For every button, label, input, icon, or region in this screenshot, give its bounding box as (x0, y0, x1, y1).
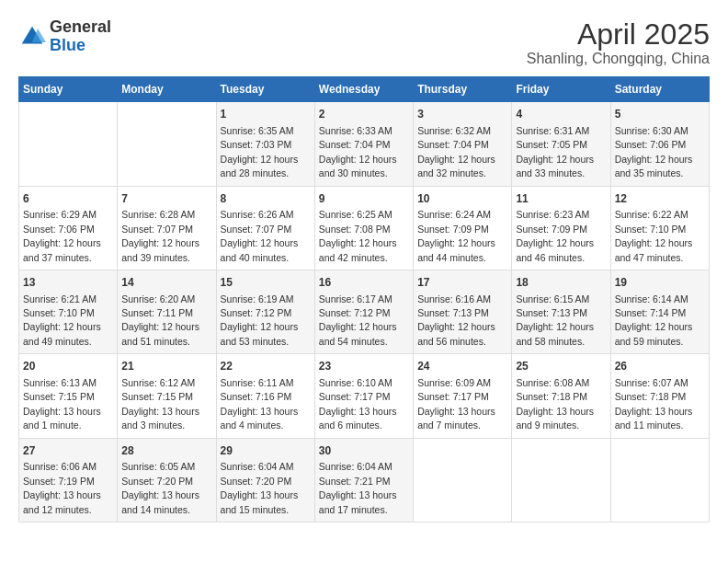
calendar-week-row: 27Sunrise: 6:06 AM Sunset: 7:19 PM Dayli… (19, 438, 710, 522)
day-info: Sunrise: 6:10 AM Sunset: 7:17 PM Dayligh… (319, 377, 397, 431)
calendar-cell: 26Sunrise: 6:07 AM Sunset: 7:18 PM Dayli… (610, 354, 709, 438)
weekday-header: Friday (512, 77, 610, 102)
day-number: 21 (121, 359, 211, 374)
day-number: 16 (319, 275, 409, 291)
weekday-header: Wednesday (314, 77, 413, 102)
day-number: 27 (23, 443, 113, 459)
calendar-cell: 5Sunrise: 6:30 AM Sunset: 7:06 PM Daylig… (610, 102, 709, 186)
day-number: 9 (319, 191, 409, 207)
day-info: Sunrise: 6:33 AM Sunset: 7:04 PM Dayligh… (319, 125, 397, 178)
calendar-cell: 24Sunrise: 6:09 AM Sunset: 7:17 PM Dayli… (414, 354, 512, 438)
calendar-cell: 28Sunrise: 6:05 AM Sunset: 7:20 PM Dayli… (118, 438, 216, 522)
calendar-cell (610, 438, 709, 522)
day-info: Sunrise: 6:20 AM Sunset: 7:11 PM Dayligh… (121, 293, 199, 347)
logo-general-text: General (50, 17, 111, 36)
weekday-header: Tuesday (216, 77, 314, 102)
day-number: 23 (319, 359, 409, 374)
calendar-cell: 21Sunrise: 6:12 AM Sunset: 7:15 PM Dayli… (118, 354, 216, 438)
day-info: Sunrise: 6:16 AM Sunset: 7:13 PM Dayligh… (417, 293, 495, 347)
day-number: 17 (417, 275, 507, 291)
weekday-header: Saturday (610, 77, 709, 102)
day-info: Sunrise: 6:28 AM Sunset: 7:07 PM Dayligh… (121, 209, 199, 262)
calendar-cell: 7Sunrise: 6:28 AM Sunset: 7:07 PM Daylig… (118, 186, 216, 270)
day-info: Sunrise: 6:07 AM Sunset: 7:18 PM Dayligh… (615, 377, 693, 431)
day-number: 18 (516, 275, 606, 291)
day-info: Sunrise: 6:05 AM Sunset: 7:20 PM Dayligh… (121, 461, 199, 514)
calendar-cell: 18Sunrise: 6:15 AM Sunset: 7:13 PM Dayli… (512, 270, 610, 353)
day-info: Sunrise: 6:12 AM Sunset: 7:15 PM Dayligh… (121, 377, 199, 431)
day-info: Sunrise: 6:30 AM Sunset: 7:06 PM Dayligh… (615, 125, 693, 178)
day-number: 8 (221, 191, 311, 207)
day-number: 29 (221, 443, 311, 459)
calendar-cell: 11Sunrise: 6:23 AM Sunset: 7:09 PM Dayli… (512, 186, 610, 270)
day-number: 10 (417, 191, 507, 207)
weekday-header: Sunday (19, 77, 118, 102)
day-number: 30 (319, 443, 409, 459)
weekday-header: Thursday (414, 77, 512, 102)
day-info: Sunrise: 6:23 AM Sunset: 7:09 PM Dayligh… (516, 209, 594, 262)
day-info: Sunrise: 6:21 AM Sunset: 7:10 PM Dayligh… (23, 293, 101, 347)
calendar-cell: 13Sunrise: 6:21 AM Sunset: 7:10 PM Dayli… (19, 270, 118, 353)
calendar-cell: 17Sunrise: 6:16 AM Sunset: 7:13 PM Dayli… (414, 270, 512, 353)
calendar-cell: 16Sunrise: 6:17 AM Sunset: 7:12 PM Dayli… (314, 270, 413, 353)
logo-blue-text: Blue (50, 36, 85, 54)
calendar-week-row: 13Sunrise: 6:21 AM Sunset: 7:10 PM Dayli… (19, 270, 710, 353)
calendar-cell: 29Sunrise: 6:04 AM Sunset: 7:20 PM Dayli… (216, 438, 314, 522)
day-info: Sunrise: 6:19 AM Sunset: 7:12 PM Dayligh… (221, 293, 299, 347)
day-info: Sunrise: 6:13 AM Sunset: 7:15 PM Dayligh… (23, 377, 101, 431)
day-info: Sunrise: 6:25 AM Sunset: 7:08 PM Dayligh… (319, 209, 397, 262)
calendar-cell: 30Sunrise: 6:04 AM Sunset: 7:21 PM Dayli… (314, 438, 413, 522)
calendar-body: 1Sunrise: 6:35 AM Sunset: 7:03 PM Daylig… (19, 102, 710, 523)
day-number: 25 (516, 359, 606, 374)
day-info: Sunrise: 6:32 AM Sunset: 7:04 PM Dayligh… (417, 125, 495, 178)
day-number: 14 (121, 275, 211, 291)
month-title: April 2025 (527, 18, 710, 51)
weekday-row: SundayMondayTuesdayWednesdayThursdayFrid… (19, 77, 710, 102)
calendar-week-row: 20Sunrise: 6:13 AM Sunset: 7:15 PM Dayli… (19, 354, 710, 438)
day-number: 20 (23, 359, 113, 374)
day-number: 5 (615, 107, 705, 122)
day-number: 11 (516, 191, 606, 207)
calendar-table: SundayMondayTuesdayWednesdayThursdayFrid… (18, 76, 710, 523)
day-number: 2 (319, 107, 409, 122)
day-info: Sunrise: 6:04 AM Sunset: 7:20 PM Dayligh… (221, 461, 299, 514)
day-info: Sunrise: 6:17 AM Sunset: 7:12 PM Dayligh… (319, 293, 397, 347)
calendar-cell: 15Sunrise: 6:19 AM Sunset: 7:12 PM Dayli… (216, 270, 314, 353)
calendar-cell: 27Sunrise: 6:06 AM Sunset: 7:19 PM Dayli… (19, 438, 118, 522)
calendar-cell: 25Sunrise: 6:08 AM Sunset: 7:18 PM Dayli… (512, 354, 610, 438)
day-number: 13 (23, 275, 113, 291)
calendar-cell: 20Sunrise: 6:13 AM Sunset: 7:15 PM Dayli… (19, 354, 118, 438)
day-info: Sunrise: 6:35 AM Sunset: 7:03 PM Dayligh… (221, 125, 299, 178)
day-number: 4 (516, 107, 606, 122)
calendar-cell: 23Sunrise: 6:10 AM Sunset: 7:17 PM Dayli… (314, 354, 413, 438)
day-number: 3 (417, 107, 507, 122)
calendar-cell: 10Sunrise: 6:24 AM Sunset: 7:09 PM Dayli… (414, 186, 512, 270)
calendar-cell (19, 102, 118, 186)
calendar-cell: 6Sunrise: 6:29 AM Sunset: 7:06 PM Daylig… (19, 186, 118, 270)
calendar-cell: 22Sunrise: 6:11 AM Sunset: 7:16 PM Dayli… (216, 354, 314, 438)
day-number: 28 (121, 443, 211, 459)
day-info: Sunrise: 6:14 AM Sunset: 7:14 PM Dayligh… (615, 293, 693, 347)
day-info: Sunrise: 6:11 AM Sunset: 7:16 PM Dayligh… (221, 377, 299, 431)
calendar-cell: 2Sunrise: 6:33 AM Sunset: 7:04 PM Daylig… (314, 102, 413, 186)
calendar-cell: 3Sunrise: 6:32 AM Sunset: 7:04 PM Daylig… (414, 102, 512, 186)
day-number: 12 (615, 191, 705, 207)
calendar-cell: 1Sunrise: 6:35 AM Sunset: 7:03 PM Daylig… (216, 102, 314, 186)
day-info: Sunrise: 6:06 AM Sunset: 7:19 PM Dayligh… (23, 461, 101, 514)
day-number: 7 (121, 191, 211, 207)
calendar-cell: 14Sunrise: 6:20 AM Sunset: 7:11 PM Dayli… (118, 270, 216, 353)
calendar-header: SundayMondayTuesdayWednesdayThursdayFrid… (19, 77, 710, 102)
calendar-week-row: 6Sunrise: 6:29 AM Sunset: 7:06 PM Daylig… (19, 186, 710, 270)
weekday-header: Monday (118, 77, 216, 102)
day-info: Sunrise: 6:09 AM Sunset: 7:17 PM Dayligh… (417, 377, 495, 431)
logo-icon (18, 23, 46, 51)
location-title: Shanling, Chongqing, China (527, 51, 710, 67)
day-info: Sunrise: 6:24 AM Sunset: 7:09 PM Dayligh… (417, 209, 495, 262)
day-number: 19 (615, 275, 705, 291)
calendar-cell: 9Sunrise: 6:25 AM Sunset: 7:08 PM Daylig… (314, 186, 413, 270)
calendar-cell (414, 438, 512, 522)
calendar-cell: 12Sunrise: 6:22 AM Sunset: 7:10 PM Dayli… (610, 186, 709, 270)
calendar-cell (512, 438, 610, 522)
calendar-cell: 19Sunrise: 6:14 AM Sunset: 7:14 PM Dayli… (610, 270, 709, 353)
day-number: 1 (221, 107, 311, 122)
